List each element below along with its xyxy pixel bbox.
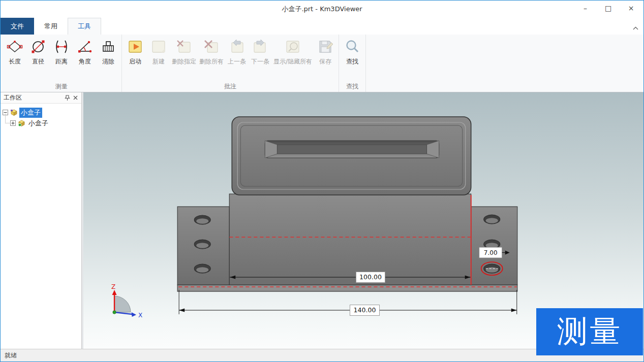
clear-measure-icon xyxy=(100,38,117,55)
delete-all-icon xyxy=(203,38,220,55)
dimension-overall-width-label[interactable]: 140.00 xyxy=(354,306,376,314)
tree-row-child[interactable]: 小盒子 xyxy=(10,118,79,128)
next-annotation-button[interactable]: 下一条 xyxy=(249,36,272,68)
clear-button-label: 清除 xyxy=(102,57,114,66)
measure-overlay: 测量 xyxy=(536,308,643,355)
find-icon xyxy=(344,38,361,55)
tree-node-root-label[interactable]: 小盒子 xyxy=(19,108,42,118)
new-annotation-label: 新建 xyxy=(152,57,165,66)
length-button[interactable]: 长度 xyxy=(3,36,26,68)
ribbon-tab-row: 文件 常用 工具 xyxy=(1,18,643,35)
measure-overlay-label: 测量 xyxy=(557,311,622,352)
next-annotation-icon xyxy=(252,38,269,55)
window-title: 小盒子.prt - Km3DViewer xyxy=(1,1,643,18)
window-controls: – □ × xyxy=(574,1,642,18)
dimension-hole-label[interactable]: 7.00 xyxy=(484,249,498,256)
new-annotation-button[interactable]: 新建 xyxy=(147,36,170,68)
workspace-panel-title: 工作区 xyxy=(4,93,63,102)
distance-button-label: 距离 xyxy=(55,57,68,66)
start-annotation-label: 启动 xyxy=(129,57,141,66)
diameter-button-label: 直径 xyxy=(32,57,44,66)
find-group-label: 查找 xyxy=(339,82,365,91)
title-bar: 小盒子.prt - Km3DViewer – □ × xyxy=(1,1,643,18)
ribbon-group-annotation: 启动 新建 删除指定 xyxy=(122,35,339,92)
find-button-label: 查找 xyxy=(346,57,358,66)
show-hide-all-button[interactable]: 显示/隐藏所有 xyxy=(272,36,314,68)
ribbon: 长度 直径 距离 角度 xyxy=(1,35,643,92)
measure-group-label: 测量 xyxy=(2,82,121,91)
minimize-button[interactable]: – xyxy=(574,1,597,18)
delete-selected-label: 删除指定 xyxy=(172,57,196,66)
save-annotation-icon xyxy=(317,38,334,55)
assembly-node-icon xyxy=(17,119,25,127)
distance-measure-icon xyxy=(53,38,70,55)
dimension-body-width-label[interactable]: 100.00 xyxy=(359,273,382,281)
x-axis-label: X xyxy=(138,312,142,319)
pin-panel-icon[interactable] xyxy=(63,94,71,102)
collapse-ribbon-icon[interactable] xyxy=(631,24,639,32)
start-annotation-icon xyxy=(127,38,144,55)
diameter-button[interactable]: 直径 xyxy=(26,36,50,68)
save-annotation-button[interactable]: 保存 xyxy=(314,36,337,68)
angle-button[interactable]: 角度 xyxy=(73,36,97,68)
workspace-panel: 工作区 小盒子 xyxy=(1,92,82,349)
ribbon-group-find: 查找 查找 xyxy=(339,35,366,92)
workspace-panel-header: 工作区 xyxy=(1,92,81,104)
clear-button[interactable]: 清除 xyxy=(97,36,120,68)
length-measure-icon xyxy=(6,38,23,55)
save-annotation-label: 保存 xyxy=(319,57,331,66)
delete-all-button[interactable]: 删除所有 xyxy=(198,36,225,68)
close-panel-icon[interactable] xyxy=(71,94,79,102)
tab-tools[interactable]: 工具 xyxy=(68,18,101,35)
length-button-label: 长度 xyxy=(9,57,21,66)
previous-annotation-button[interactable]: 上一条 xyxy=(225,36,249,68)
show-hide-all-label: 显示/隐藏所有 xyxy=(273,57,312,66)
previous-annotation-label: 上一条 xyxy=(228,57,246,66)
maximize-button[interactable]: □ xyxy=(597,1,620,18)
ribbon-group-measure: 长度 直径 距离 角度 xyxy=(2,35,122,92)
model-tree: 小盒子 小盒子 xyxy=(1,104,81,349)
delete-all-label: 删除所有 xyxy=(199,57,224,66)
start-annotation-button[interactable]: 启动 xyxy=(124,36,147,68)
status-text: 就绪 xyxy=(5,351,17,360)
part-node-icon xyxy=(10,109,18,117)
diameter-measure-icon xyxy=(29,38,47,55)
previous-annotation-icon xyxy=(228,38,246,55)
z-axis-label: Z xyxy=(111,283,115,290)
next-annotation-label: 下一条 xyxy=(251,57,269,66)
tab-file[interactable]: 文件 xyxy=(1,18,34,35)
delete-selected-icon xyxy=(175,38,193,55)
tree-row-root[interactable]: 小盒子 xyxy=(3,107,79,118)
delete-selected-button[interactable]: 删除指定 xyxy=(170,36,198,68)
angle-measure-icon xyxy=(76,38,94,55)
close-button[interactable]: × xyxy=(620,1,642,18)
dimension-overall-width[interactable]: 140.00 xyxy=(179,290,517,316)
app-window: 小盒子.prt - Km3DViewer – □ × 文件 常用 工具 长度 xyxy=(0,0,644,362)
distance-button[interactable]: 距离 xyxy=(50,36,73,68)
find-button[interactable]: 查找 xyxy=(341,36,364,68)
expand-node-icon[interactable] xyxy=(10,120,16,126)
axes-triad: Z X xyxy=(111,283,142,319)
tab-common[interactable]: 常用 xyxy=(34,18,68,35)
show-hide-all-icon xyxy=(284,38,301,55)
model-part[interactable] xyxy=(177,117,517,291)
angle-button-label: 角度 xyxy=(79,57,91,66)
tree-node-child-label[interactable]: 小盒子 xyxy=(27,118,50,128)
annotation-group-label: 批注 xyxy=(122,82,339,91)
new-annotation-icon xyxy=(150,38,167,55)
